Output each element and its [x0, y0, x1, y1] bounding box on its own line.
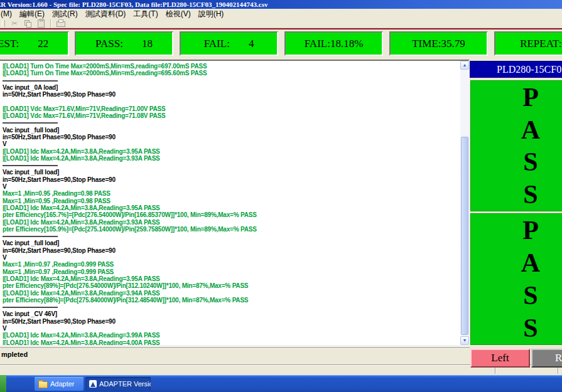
folder-icon — [38, 381, 48, 388]
log-line: Max=1 ,Min=0.95 ,Reading=0.98 PASS — [3, 190, 457, 197]
pass-letter: A — [521, 249, 540, 277]
log-line — [3, 98, 457, 105]
left-button[interactable]: Left — [470, 349, 530, 368]
log-line: |[LOAD1] Turn On Time Max=2000mS,Min=mS,… — [3, 70, 457, 77]
log-line: V — [3, 183, 457, 190]
banner-label: TIME:35.79 — [412, 38, 465, 50]
pass-letter: S — [523, 148, 538, 176]
statusbar-panel-divider — [558, 367, 559, 374]
log-line: |[LOAD1] Turn On Time Max=2000mS,Min=mS,… — [3, 63, 457, 70]
banner-label: TEST: — [0, 38, 19, 50]
log-line: |[LOAD1] Idc Max=4.2A,Min=3.8A,Reading=3… — [3, 155, 457, 162]
log-line: Max=1 ,Min=0.95 ,Reading=0.98 PASS — [3, 198, 457, 204]
log-line: |[LOAD1] Vdc Max=71.6V,Min=71V,Reading=7… — [3, 105, 457, 112]
banner-box-fail: FAIL:4 — [180, 31, 278, 56]
pass-letter: P — [522, 216, 539, 244]
pass-indicator-2: PASS — [470, 213, 562, 345]
menu-item-3[interactable]: 測試資料(D) — [82, 9, 130, 19]
log-line: V — [3, 325, 457, 332]
banner-box-time-35-79: TIME:35.79 — [389, 31, 488, 56]
log-line: Vac input _full load] — [3, 240, 457, 246]
banner-box-fail-18-18: FAIL:18.18% — [284, 31, 383, 56]
banner-label: REPEAT:0 — [520, 38, 562, 50]
start-button[interactable] — [0, 375, 6, 392]
cut-icon: ✂ — [11, 20, 17, 27]
paste-icon — [38, 19, 45, 28]
log-line: in=50Hz,Start Phase=90,Stop Phase=90 — [3, 91, 457, 98]
taskbar-button-adapter[interactable]: Adapter — [35, 377, 84, 391]
scrollbar-thumb[interactable] — [461, 137, 468, 335]
menu-bar: (M)編輯(E)測試(R)測試資料(D)工具(T)檢視(V)說明(H) — [0, 9, 562, 19]
status-message: mpleted — [1, 351, 28, 358]
menu-item-4[interactable]: 工具(T) — [129, 9, 161, 19]
copy-icon — [24, 20, 31, 27]
banner-box-repeat-0: REPEAT:0 — [494, 31, 562, 56]
cut-button[interactable]: ✂ — [9, 19, 20, 28]
log-line: pter Efficiency[89%]=[Pdc[276.54000W]/Pi… — [3, 282, 457, 289]
log-line: in=50Hz,Start Phase=90,Stop Phase=90 — [3, 176, 457, 183]
banner-label: PASS: — [95, 38, 123, 50]
toolbar-separator — [50, 19, 51, 28]
log-line: Vac input _0A load] — [3, 84, 457, 91]
banner-value: 4 — [249, 38, 254, 50]
copy-button[interactable] — [22, 19, 33, 28]
right-button[interactable]: Right — [531, 349, 562, 368]
log-line: Max=1 ,Min=0.97 ,Reading=0.999 PASS — [3, 268, 457, 275]
log-line: |[LOAD1] Idc Max=4.2A,Min=3.8A,Reading=3… — [3, 275, 457, 282]
log-line: |[LOAD1] Idc Max=4.2A,Min=3.8A,Reading=3… — [3, 332, 457, 339]
banner-box-pass: PASS:18 — [75, 31, 173, 56]
log-line: in=50Hz,Start Phase=90,Stop Phase=90 — [3, 134, 457, 140]
toolbar: ✂ — [0, 19, 562, 28]
spec-name-header: PLD280-15CF03 — [470, 61, 562, 78]
taskbar-button-label: ADAPTER Version:1... — [99, 380, 151, 388]
scroll-up-icon[interactable]: ▲ — [460, 61, 469, 70]
scroll-down-icon[interactable]: ▼ — [460, 336, 469, 345]
result-panel: PLD280-15CF03 PASS PASS — [470, 60, 562, 346]
menu-item-5[interactable]: 檢視(V) — [162, 9, 195, 19]
log-section-divider — [3, 162, 457, 169]
log-section-divider — [3, 77, 457, 84]
log-section-divider — [3, 304, 457, 310]
log-line: in=60Hz,Start Phase=90,Stop Phase=90 — [3, 247, 457, 254]
print-icon — [57, 21, 65, 27]
menu-item-0[interactable]: (M) — [0, 9, 16, 18]
log-section-divider — [3, 233, 457, 240]
taskbar-button-label: Adapter — [50, 380, 75, 388]
pass-letter: P — [522, 83, 539, 111]
result-banner: TEST:22PASS:18FAIL:4FAIL:18.18%TIME:35.7… — [0, 28, 562, 60]
log-line: V — [3, 140, 457, 147]
taskbar-button-adapter-app[interactable]: ADAPTER Version:1... — [85, 377, 151, 391]
log-line: Vac input _full load] — [3, 169, 457, 176]
log-line: pter Efficiency[105.9%]=[Pdc[275.14000W]… — [3, 226, 457, 233]
log-line: |[LOAD1] Idc Max=4.2A,Min=3.8A,Reading=4… — [3, 339, 457, 346]
print-button[interactable] — [55, 19, 67, 28]
log-line: in=50Hz,Start Phase=90,Stop Phase=90 — [3, 318, 457, 325]
paste-button[interactable] — [35, 19, 46, 28]
log-line: Vac input _full load] — [3, 127, 457, 134]
log-line: V — [3, 254, 457, 261]
menu-item-1[interactable]: 編輯(E) — [16, 9, 48, 19]
log-line: pter Efficiency[88%]=[Pdc[275.84000W]/Pi… — [3, 297, 457, 304]
test-log-area: |[LOAD1] Turn On Time Max=2000mS,Min=mS,… — [0, 60, 470, 346]
banner-label: FAIL:18.18% — [305, 38, 364, 50]
log-line: |[LOAD1] Vdc Max=71.6V,Min=71V,Reading=7… — [3, 112, 457, 119]
log-line: pter Efficiency[165.7%]=[Pdc[276.54000W]… — [3, 211, 457, 218]
banner-box-test: TEST:22 — [0, 31, 69, 56]
log-line: |[LOAD1] Idc Max=4.2A,Min=3.8A,Reading=3… — [3, 290, 457, 297]
pass-letter: A — [521, 116, 540, 144]
log-line: |[LOAD1] Idc Max=4.2A,Min=3.8A,Reading=3… — [3, 148, 457, 155]
taskbar — [0, 375, 562, 392]
log-scrollbar[interactable]: ▲ ▼ — [460, 61, 469, 345]
statusbar-panel-divider — [495, 367, 496, 374]
pass-letter: S — [523, 282, 538, 309]
log-line: |[LOAD1] Idc Max=4.2A,Min=3.8A,Reading=3… — [3, 219, 457, 226]
toolbar-grip[interactable] — [2, 20, 5, 27]
menu-item-6[interactable]: 說明(H) — [195, 9, 228, 19]
pass-indicator-1: PASS — [470, 80, 562, 211]
window-title: ADAPTER Version:1.660 - Spec file: PLD28… — [0, 0, 562, 9]
app-window: ADAPTER Version:1.660 - Spec file: PLD28… — [0, 0, 562, 392]
menu-item-2[interactable]: 測試(R) — [48, 9, 82, 19]
log-section-divider — [3, 119, 457, 126]
log-line: Vac input _CV 46V] — [3, 310, 457, 317]
log-line: Max=1 ,Min=0.97 ,Reading=0.999 PASS — [3, 261, 457, 268]
